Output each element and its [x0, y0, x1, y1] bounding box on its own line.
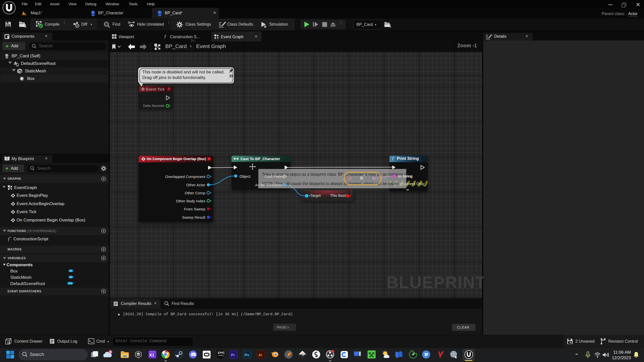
svg-text:Ai: Ai: [258, 353, 262, 357]
svg-text:Ps: Ps: [245, 353, 249, 357]
svg-text:1: 1: [110, 351, 111, 354]
svg-text:EPIC: EPIC: [218, 351, 224, 354]
svg-text:X1: X1: [149, 353, 154, 357]
svg-text:PRECISION: PRECISION: [150, 351, 156, 353]
svg-text:Pr: Pr: [231, 353, 235, 357]
svg-text:*: *: [570, 341, 571, 345]
svg-text:GAMES: GAMES: [218, 355, 223, 356]
